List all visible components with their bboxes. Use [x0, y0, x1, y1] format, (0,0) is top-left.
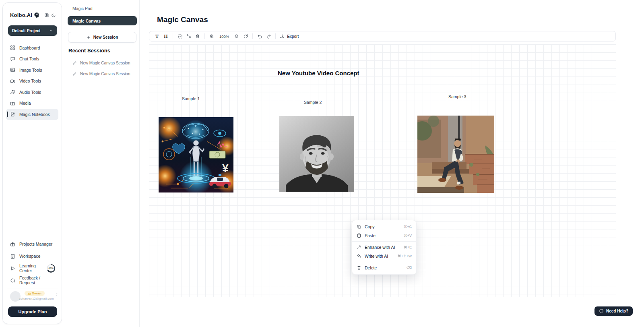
node-connector-icon — [186, 34, 191, 39]
context-menu-shortcut: ⌘+⇧+W — [397, 254, 412, 258]
zoom-out-button[interactable] — [232, 32, 241, 40]
play-icon — [10, 266, 15, 271]
text-tool-button[interactable]: T — [153, 32, 161, 40]
sidebar-item-feedback-request[interactable]: Feedback / Request — [6, 274, 58, 286]
canvas-image-man-sitting-on-stone-ruins[interactable] — [417, 116, 494, 193]
sidebar-item-label: Image Tools — [19, 68, 42, 72]
zoom-out-icon — [234, 34, 239, 39]
context-menu-item-delete[interactable]: Delete ⌫ — [352, 263, 416, 272]
dark-mode-moon-icon[interactable] — [50, 12, 57, 19]
redo-button[interactable] — [264, 32, 273, 40]
heading-tool-button[interactable]: H — [161, 32, 170, 40]
canvas-text-sample-3[interactable]: Sample 3 — [448, 94, 466, 99]
canvas-text-sample-1[interactable]: Sample 1 — [182, 96, 200, 101]
heading-tool-letter: H — [164, 33, 167, 39]
project-selector-label: Default Project — [12, 29, 41, 33]
canvas-image-ai-technology-collage[interactable]: ¥ — [159, 117, 233, 192]
sidebar-item-media[interactable]: Media — [6, 98, 58, 109]
tab-magic-canvas[interactable]: Magic Canvas — [68, 16, 137, 25]
plus-icon — [87, 35, 91, 39]
portrait-art — [279, 116, 354, 192]
download-icon — [280, 34, 285, 39]
account-menu[interactable]: Owner zoharvan12@gmail.com — [8, 290, 58, 305]
sidebar-item-audio-tools[interactable]: Audio Tools — [6, 87, 58, 98]
divider — [7, 288, 58, 288]
sidebar-item-dashboard[interactable]: Dashboard — [6, 42, 58, 54]
building-icon — [10, 254, 15, 259]
briefcase-icon — [10, 242, 15, 247]
sparkles-icon — [357, 254, 361, 259]
context-menu-item-enhance-with-ai[interactable]: Enhance with AI ⌘+E — [352, 243, 416, 252]
chat-bubble-icon — [10, 56, 15, 62]
owner-role-badge: Owner — [25, 291, 45, 296]
sidebar-item-video-tools[interactable]: Video Tools — [6, 76, 58, 87]
need-help-button[interactable]: Need Help? — [594, 306, 633, 316]
sidebar-item-projects-manager[interactable]: Projects Manager — [6, 238, 58, 250]
language-globe-icon[interactable] — [43, 12, 50, 19]
context-menu-item-paste[interactable]: Paste ⌘+V — [352, 231, 416, 240]
learning-progress-ring: 66% — [47, 264, 55, 273]
export-label: Export — [287, 34, 299, 39]
music-note-icon — [10, 89, 15, 95]
recent-session-item[interactable]: New Magic Canvas Session — [72, 61, 130, 65]
context-menu-item-write-with-ai[interactable]: Write with AI ⌘+⇧+W — [352, 252, 416, 261]
context-menu-label: Delete — [365, 265, 377, 270]
export-button[interactable]: Export — [278, 34, 300, 39]
select-tool-button[interactable] — [175, 32, 184, 40]
sidebar-item-label: Video Tools — [19, 79, 41, 83]
divider — [173, 33, 173, 39]
sidebar-item-workspace[interactable]: Workspace — [6, 250, 58, 262]
sidebar-item-label: Learning Center — [19, 263, 42, 273]
sidebar-item-chat-tools[interactable]: Chat Tools — [6, 54, 58, 65]
sidebar-item-label: Workspace — [19, 254, 40, 259]
delete-tool-button[interactable] — [193, 32, 202, 40]
project-selector[interactable]: Default Project — [8, 25, 57, 36]
sidebar-item-label: Magic Notebook — [19, 112, 50, 117]
canvas-toolbar: T H 100% Export — [149, 31, 616, 41]
connector-tool-button[interactable] — [184, 32, 193, 40]
context-menu-shortcut: ⌘+V — [404, 234, 412, 238]
canvas-text-sample-2[interactable]: Sample 2 — [304, 100, 322, 105]
recent-sessions-heading: Recent Sessions — [68, 48, 110, 54]
sidebar-item-label: Audio Tools — [19, 90, 41, 95]
sidebar-item-label: Media — [19, 101, 31, 106]
rotate-reset-icon — [243, 34, 248, 39]
context-menu-label: Enhance with AI — [365, 245, 395, 250]
sidebar-item-label: Projects Manager — [19, 242, 52, 246]
paste-icon — [357, 233, 361, 238]
tab-magic-pad[interactable]: Magic Pad — [72, 6, 93, 11]
sidebar-item-image-tools[interactable]: Image Tools — [6, 64, 58, 76]
chevron-down-icon — [49, 29, 53, 33]
crown-icon — [27, 292, 31, 295]
upgrade-plan-button[interactable]: Upgrade Plan — [8, 306, 57, 317]
canvas-text-title[interactable]: New Youtube Video Concept — [278, 70, 359, 77]
primary-sidebar: Kolbo.AI Default Project Dashboard — [2, 2, 62, 324]
sidebar-item-magic-notebook[interactable]: Magic Notebook — [6, 109, 58, 120]
context-menu-item-copy[interactable]: Copy ⌘+C — [352, 222, 416, 231]
recent-session-label: New Magic Canvas Session — [80, 61, 130, 65]
video-camera-icon — [10, 79, 15, 84]
page-title: Magic Canvas — [157, 15, 208, 24]
trash-icon — [195, 34, 200, 39]
recent-session-item[interactable]: New Magic Canvas Session — [72, 72, 130, 76]
canvas-board[interactable]: New Youtube Video Concept Sample 1 Sampl… — [149, 44, 616, 297]
sidebar-item-learning-center[interactable]: Learning Center 66% — [6, 262, 58, 274]
canvas-image-black-and-white-portrait[interactable] — [279, 116, 354, 192]
media-folder-icon — [10, 101, 15, 106]
zoom-in-button[interactable] — [207, 32, 216, 40]
reset-view-button[interactable] — [241, 32, 250, 40]
divider — [275, 33, 276, 39]
account-caret-icon — [55, 293, 58, 296]
new-session-button[interactable]: New Session — [68, 32, 136, 43]
session-panel: Magic Pad Magic Canvas New Session Recen… — [62, 0, 140, 327]
need-help-label: Need Help? — [606, 309, 628, 313]
divider — [352, 241, 416, 242]
context-menu-shortcut: ⌘+E — [404, 245, 412, 249]
divider — [204, 33, 205, 39]
svg-text:¥: ¥ — [222, 162, 229, 174]
sidebar-nav: Dashboard Chat Tools Image Tools Video T… — [6, 42, 58, 120]
undo-button[interactable] — [255, 32, 264, 40]
dashboard-grid-icon — [10, 45, 15, 50]
image-icon — [10, 67, 15, 72]
context-menu-label: Copy — [365, 224, 375, 229]
